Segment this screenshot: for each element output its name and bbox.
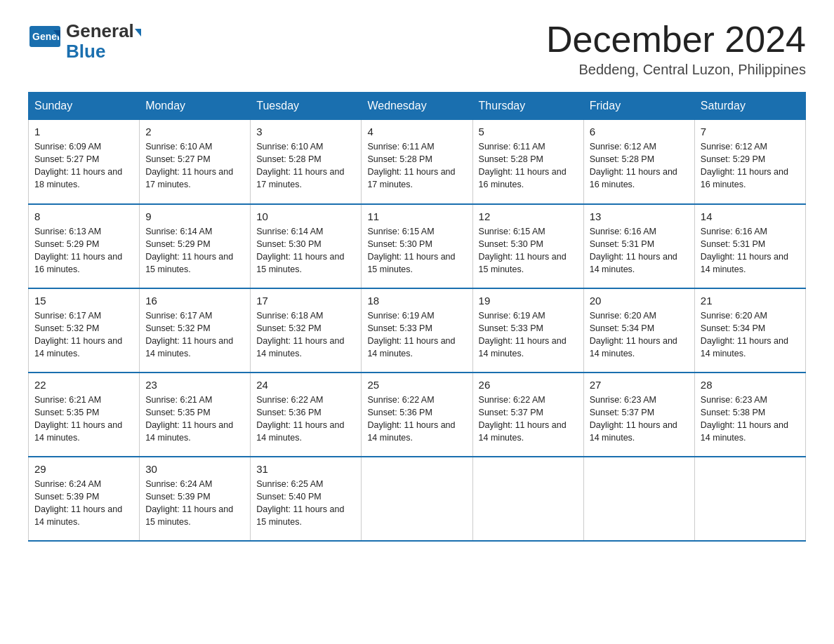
table-row: 14 Sunrise: 6:16 AMSunset: 5:31 PMDaylig…	[694, 204, 805, 288]
day-number: 3	[256, 126, 355, 137]
day-info: Sunrise: 6:22 AMSunset: 5:37 PMDaylight:…	[479, 394, 578, 445]
day-info: Sunrise: 6:22 AMSunset: 5:36 PMDaylight:…	[256, 394, 355, 445]
col-sunday: Sunday	[29, 93, 140, 120]
day-info: Sunrise: 6:12 AMSunset: 5:29 PMDaylight:…	[701, 140, 800, 192]
table-row: 5 Sunrise: 6:11 AMSunset: 5:28 PMDayligh…	[472, 120, 583, 204]
table-row: 29 Sunrise: 6:24 AMSunset: 5:39 PMDaylig…	[29, 457, 140, 541]
day-number: 1	[34, 126, 133, 137]
table-row: 2 Sunrise: 6:10 AMSunset: 5:27 PMDayligh…	[140, 120, 251, 204]
day-number: 20	[590, 295, 689, 307]
table-row: 24 Sunrise: 6:22 AMSunset: 5:36 PMDaylig…	[251, 373, 362, 457]
day-info: Sunrise: 6:16 AMSunset: 5:31 PMDaylight:…	[590, 225, 689, 276]
calendar-week-row: 29 Sunrise: 6:24 AMSunset: 5:39 PMDaylig…	[29, 457, 806, 541]
day-number: 30	[145, 463, 244, 475]
day-info: Sunrise: 6:18 AMSunset: 5:32 PMDaylight:…	[256, 309, 355, 361]
day-number: 27	[590, 379, 689, 391]
day-number: 15	[34, 295, 133, 307]
day-info: Sunrise: 6:09 AMSunset: 5:27 PMDaylight:…	[34, 140, 133, 192]
col-monday: Monday	[140, 93, 251, 120]
day-info: Sunrise: 6:16 AMSunset: 5:31 PMDaylight:…	[701, 225, 800, 276]
day-number: 16	[145, 295, 244, 307]
day-info: Sunrise: 6:10 AMSunset: 5:27 PMDaylight:…	[145, 140, 244, 192]
day-info: Sunrise: 6:21 AMSunset: 5:35 PMDaylight:…	[145, 394, 244, 445]
day-info: Sunrise: 6:23 AMSunset: 5:38 PMDaylight:…	[701, 394, 800, 445]
day-number: 7	[701, 126, 800, 137]
col-tuesday: Tuesday	[251, 93, 362, 120]
col-thursday: Thursday	[472, 93, 583, 120]
table-row: 27 Sunrise: 6:23 AMSunset: 5:37 PMDaylig…	[583, 373, 694, 457]
day-info: Sunrise: 6:17 AMSunset: 5:32 PMDaylight:…	[34, 309, 133, 361]
day-info: Sunrise: 6:24 AMSunset: 5:39 PMDaylight:…	[34, 478, 133, 529]
logo: General General Blue	[28, 21, 141, 61]
calendar-table: Sunday Monday Tuesday Wednesday Thursday…	[28, 92, 806, 542]
table-row: 16 Sunrise: 6:17 AMSunset: 5:32 PMDaylig…	[140, 288, 251, 373]
day-info: Sunrise: 6:23 AMSunset: 5:37 PMDaylight:…	[590, 394, 689, 445]
day-number: 17	[256, 295, 355, 307]
day-info: Sunrise: 6:11 AMSunset: 5:28 PMDaylight:…	[479, 140, 578, 192]
day-number: 11	[367, 210, 466, 222]
col-friday: Friday	[583, 93, 694, 120]
table-row: 1 Sunrise: 6:09 AMSunset: 5:27 PMDayligh…	[29, 120, 140, 204]
calendar-week-row: 15 Sunrise: 6:17 AMSunset: 5:32 PMDaylig…	[29, 288, 806, 373]
day-number: 8	[34, 210, 133, 222]
table-row: 15 Sunrise: 6:17 AMSunset: 5:32 PMDaylig…	[29, 288, 140, 373]
day-info: Sunrise: 6:24 AMSunset: 5:39 PMDaylight:…	[145, 478, 244, 529]
calendar-week-row: 8 Sunrise: 6:13 AMSunset: 5:29 PMDayligh…	[29, 204, 806, 288]
location-subtitle: Beddeng, Central Luzon, Philippines	[546, 62, 806, 78]
day-number: 14	[701, 210, 800, 222]
day-info: Sunrise: 6:13 AMSunset: 5:29 PMDaylight:…	[34, 225, 133, 276]
day-number: 18	[367, 295, 466, 307]
table-row: 17 Sunrise: 6:18 AMSunset: 5:32 PMDaylig…	[251, 288, 362, 373]
day-info: Sunrise: 6:21 AMSunset: 5:35 PMDaylight:…	[34, 394, 133, 445]
logo-general-text: General	[66, 21, 141, 41]
table-row: 11 Sunrise: 6:15 AMSunset: 5:30 PMDaylig…	[362, 204, 472, 288]
day-number: 19	[479, 295, 578, 307]
table-row	[362, 457, 472, 541]
day-number: 31	[256, 463, 355, 475]
day-info: Sunrise: 6:11 AMSunset: 5:28 PMDaylight:…	[367, 140, 466, 192]
day-number: 4	[367, 126, 466, 137]
day-info: Sunrise: 6:25 AMSunset: 5:40 PMDaylight:…	[256, 478, 355, 529]
table-row: 19 Sunrise: 6:19 AMSunset: 5:33 PMDaylig…	[472, 288, 583, 373]
day-number: 2	[145, 126, 244, 137]
day-info: Sunrise: 6:14 AMSunset: 5:29 PMDaylight:…	[145, 225, 244, 276]
day-number: 10	[256, 210, 355, 222]
day-number: 25	[367, 379, 466, 391]
col-wednesday: Wednesday	[362, 93, 472, 120]
table-row: 13 Sunrise: 6:16 AMSunset: 5:31 PMDaylig…	[583, 204, 694, 288]
day-info: Sunrise: 6:20 AMSunset: 5:34 PMDaylight:…	[701, 309, 800, 361]
day-info: Sunrise: 6:15 AMSunset: 5:30 PMDaylight:…	[367, 225, 466, 276]
table-row: 9 Sunrise: 6:14 AMSunset: 5:29 PMDayligh…	[140, 204, 251, 288]
calendar-week-row: 22 Sunrise: 6:21 AMSunset: 5:35 PMDaylig…	[29, 373, 806, 457]
table-row: 31 Sunrise: 6:25 AMSunset: 5:40 PMDaylig…	[251, 457, 362, 541]
day-info: Sunrise: 6:15 AMSunset: 5:30 PMDaylight:…	[479, 225, 578, 276]
day-number: 26	[479, 379, 578, 391]
table-row: 22 Sunrise: 6:21 AMSunset: 5:35 PMDaylig…	[29, 373, 140, 457]
col-saturday: Saturday	[694, 93, 805, 120]
calendar-week-row: 1 Sunrise: 6:09 AMSunset: 5:27 PMDayligh…	[29, 120, 806, 204]
day-info: Sunrise: 6:22 AMSunset: 5:36 PMDaylight:…	[367, 394, 466, 445]
day-number: 24	[256, 379, 355, 391]
table-row: 26 Sunrise: 6:22 AMSunset: 5:37 PMDaylig…	[472, 373, 583, 457]
table-row: 20 Sunrise: 6:20 AMSunset: 5:34 PMDaylig…	[583, 288, 694, 373]
day-number: 23	[145, 379, 244, 391]
day-info: Sunrise: 6:17 AMSunset: 5:32 PMDaylight:…	[145, 309, 244, 361]
table-row: 23 Sunrise: 6:21 AMSunset: 5:35 PMDaylig…	[140, 373, 251, 457]
day-number: 6	[590, 126, 689, 137]
table-row: 25 Sunrise: 6:22 AMSunset: 5:36 PMDaylig…	[362, 373, 472, 457]
table-row: 4 Sunrise: 6:11 AMSunset: 5:28 PMDayligh…	[362, 120, 472, 204]
day-info: Sunrise: 6:10 AMSunset: 5:28 PMDaylight:…	[256, 140, 355, 192]
table-row: 8 Sunrise: 6:13 AMSunset: 5:29 PMDayligh…	[29, 204, 140, 288]
table-row: 12 Sunrise: 6:15 AMSunset: 5:30 PMDaylig…	[472, 204, 583, 288]
table-row: 10 Sunrise: 6:14 AMSunset: 5:30 PMDaylig…	[251, 204, 362, 288]
table-row: 18 Sunrise: 6:19 AMSunset: 5:33 PMDaylig…	[362, 288, 472, 373]
table-row: 30 Sunrise: 6:24 AMSunset: 5:39 PMDaylig…	[140, 457, 251, 541]
day-number: 21	[701, 295, 800, 307]
logo-blue-text: Blue	[66, 41, 141, 62]
table-row: 3 Sunrise: 6:10 AMSunset: 5:28 PMDayligh…	[251, 120, 362, 204]
calendar-header-row: Sunday Monday Tuesday Wednesday Thursday…	[29, 93, 806, 120]
day-number: 12	[479, 210, 578, 222]
day-info: Sunrise: 6:19 AMSunset: 5:33 PMDaylight:…	[479, 309, 578, 361]
table-row: 21 Sunrise: 6:20 AMSunset: 5:34 PMDaylig…	[694, 288, 805, 373]
day-number: 28	[701, 379, 800, 391]
